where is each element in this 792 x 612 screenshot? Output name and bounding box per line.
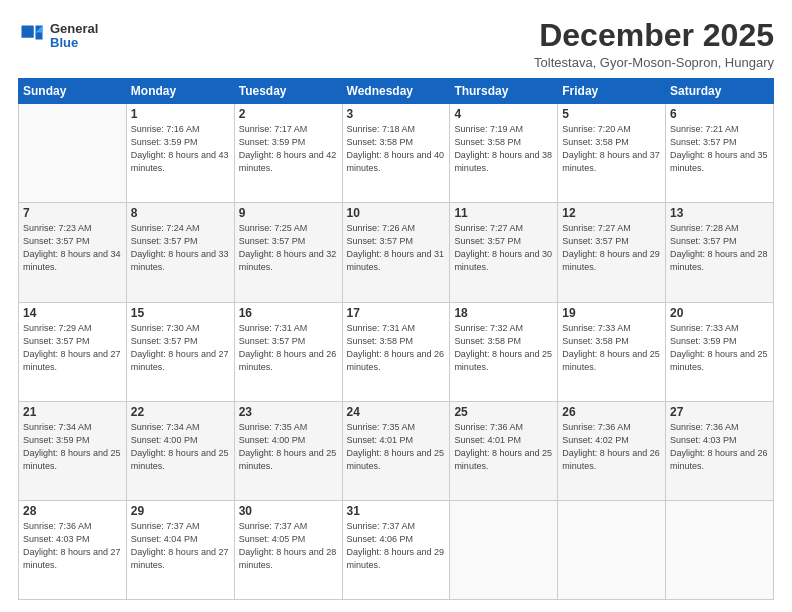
day-number: 31 bbox=[347, 504, 446, 518]
day-info: Sunrise: 7:34 AMSunset: 3:59 PMDaylight:… bbox=[23, 421, 122, 473]
col-header-saturday: Saturday bbox=[666, 79, 774, 104]
day-number: 9 bbox=[239, 206, 338, 220]
day-number: 20 bbox=[670, 306, 769, 320]
calendar-cell: 25Sunrise: 7:36 AMSunset: 4:01 PMDayligh… bbox=[450, 401, 558, 500]
day-info: Sunrise: 7:36 AMSunset: 4:03 PMDaylight:… bbox=[23, 520, 122, 572]
calendar-cell: 19Sunrise: 7:33 AMSunset: 3:58 PMDayligh… bbox=[558, 302, 666, 401]
svg-rect-2 bbox=[22, 26, 34, 38]
calendar-cell bbox=[19, 104, 127, 203]
day-info: Sunrise: 7:31 AMSunset: 3:57 PMDaylight:… bbox=[239, 322, 338, 374]
day-info: Sunrise: 7:25 AMSunset: 3:57 PMDaylight:… bbox=[239, 222, 338, 274]
calendar-cell: 2Sunrise: 7:17 AMSunset: 3:59 PMDaylight… bbox=[234, 104, 342, 203]
calendar-week-row: 1Sunrise: 7:16 AMSunset: 3:59 PMDaylight… bbox=[19, 104, 774, 203]
day-number: 1 bbox=[131, 107, 230, 121]
calendar-header-row: SundayMondayTuesdayWednesdayThursdayFrid… bbox=[19, 79, 774, 104]
col-header-monday: Monday bbox=[126, 79, 234, 104]
calendar-cell: 23Sunrise: 7:35 AMSunset: 4:00 PMDayligh… bbox=[234, 401, 342, 500]
day-info: Sunrise: 7:33 AMSunset: 3:59 PMDaylight:… bbox=[670, 322, 769, 374]
calendar-cell: 4Sunrise: 7:19 AMSunset: 3:58 PMDaylight… bbox=[450, 104, 558, 203]
col-header-friday: Friday bbox=[558, 79, 666, 104]
day-info: Sunrise: 7:37 AMSunset: 4:04 PMDaylight:… bbox=[131, 520, 230, 572]
calendar-cell: 29Sunrise: 7:37 AMSunset: 4:04 PMDayligh… bbox=[126, 500, 234, 599]
page: General Blue December 2025 Toltestava, G… bbox=[0, 0, 792, 612]
day-info: Sunrise: 7:27 AMSunset: 3:57 PMDaylight:… bbox=[562, 222, 661, 274]
day-number: 2 bbox=[239, 107, 338, 121]
calendar-week-row: 21Sunrise: 7:34 AMSunset: 3:59 PMDayligh… bbox=[19, 401, 774, 500]
calendar-cell: 24Sunrise: 7:35 AMSunset: 4:01 PMDayligh… bbox=[342, 401, 450, 500]
calendar-cell: 11Sunrise: 7:27 AMSunset: 3:57 PMDayligh… bbox=[450, 203, 558, 302]
day-info: Sunrise: 7:20 AMSunset: 3:58 PMDaylight:… bbox=[562, 123, 661, 175]
col-header-wednesday: Wednesday bbox=[342, 79, 450, 104]
day-number: 11 bbox=[454, 206, 553, 220]
calendar-cell: 16Sunrise: 7:31 AMSunset: 3:57 PMDayligh… bbox=[234, 302, 342, 401]
calendar-week-row: 14Sunrise: 7:29 AMSunset: 3:57 PMDayligh… bbox=[19, 302, 774, 401]
day-number: 26 bbox=[562, 405, 661, 419]
subtitle: Toltestava, Gyor-Moson-Sopron, Hungary bbox=[534, 55, 774, 70]
calendar-cell: 20Sunrise: 7:33 AMSunset: 3:59 PMDayligh… bbox=[666, 302, 774, 401]
calendar-cell bbox=[558, 500, 666, 599]
day-info: Sunrise: 7:16 AMSunset: 3:59 PMDaylight:… bbox=[131, 123, 230, 175]
calendar-cell: 12Sunrise: 7:27 AMSunset: 3:57 PMDayligh… bbox=[558, 203, 666, 302]
day-info: Sunrise: 7:33 AMSunset: 3:58 PMDaylight:… bbox=[562, 322, 661, 374]
calendar-week-row: 28Sunrise: 7:36 AMSunset: 4:03 PMDayligh… bbox=[19, 500, 774, 599]
logo-icon bbox=[18, 22, 46, 50]
day-number: 15 bbox=[131, 306, 230, 320]
col-header-tuesday: Tuesday bbox=[234, 79, 342, 104]
calendar-cell: 22Sunrise: 7:34 AMSunset: 4:00 PMDayligh… bbox=[126, 401, 234, 500]
day-info: Sunrise: 7:36 AMSunset: 4:03 PMDaylight:… bbox=[670, 421, 769, 473]
col-header-sunday: Sunday bbox=[19, 79, 127, 104]
day-number: 8 bbox=[131, 206, 230, 220]
day-number: 19 bbox=[562, 306, 661, 320]
calendar-cell: 17Sunrise: 7:31 AMSunset: 3:58 PMDayligh… bbox=[342, 302, 450, 401]
calendar-cell: 6Sunrise: 7:21 AMSunset: 3:57 PMDaylight… bbox=[666, 104, 774, 203]
calendar-table: SundayMondayTuesdayWednesdayThursdayFrid… bbox=[18, 78, 774, 600]
logo-general: General bbox=[50, 22, 98, 36]
day-number: 27 bbox=[670, 405, 769, 419]
day-info: Sunrise: 7:21 AMSunset: 3:57 PMDaylight:… bbox=[670, 123, 769, 175]
day-number: 30 bbox=[239, 504, 338, 518]
day-number: 18 bbox=[454, 306, 553, 320]
day-number: 14 bbox=[23, 306, 122, 320]
calendar-cell bbox=[450, 500, 558, 599]
day-info: Sunrise: 7:30 AMSunset: 3:57 PMDaylight:… bbox=[131, 322, 230, 374]
calendar-cell: 28Sunrise: 7:36 AMSunset: 4:03 PMDayligh… bbox=[19, 500, 127, 599]
day-info: Sunrise: 7:18 AMSunset: 3:58 PMDaylight:… bbox=[347, 123, 446, 175]
day-info: Sunrise: 7:27 AMSunset: 3:57 PMDaylight:… bbox=[454, 222, 553, 274]
day-number: 6 bbox=[670, 107, 769, 121]
calendar-cell: 18Sunrise: 7:32 AMSunset: 3:58 PMDayligh… bbox=[450, 302, 558, 401]
day-info: Sunrise: 7:35 AMSunset: 4:01 PMDaylight:… bbox=[347, 421, 446, 473]
day-info: Sunrise: 7:31 AMSunset: 3:58 PMDaylight:… bbox=[347, 322, 446, 374]
calendar-cell: 27Sunrise: 7:36 AMSunset: 4:03 PMDayligh… bbox=[666, 401, 774, 500]
calendar-cell: 1Sunrise: 7:16 AMSunset: 3:59 PMDaylight… bbox=[126, 104, 234, 203]
day-info: Sunrise: 7:29 AMSunset: 3:57 PMDaylight:… bbox=[23, 322, 122, 374]
calendar-cell: 13Sunrise: 7:28 AMSunset: 3:57 PMDayligh… bbox=[666, 203, 774, 302]
day-info: Sunrise: 7:23 AMSunset: 3:57 PMDaylight:… bbox=[23, 222, 122, 274]
day-number: 7 bbox=[23, 206, 122, 220]
title-block: December 2025 Toltestava, Gyor-Moson-Sop… bbox=[534, 18, 774, 70]
day-info: Sunrise: 7:26 AMSunset: 3:57 PMDaylight:… bbox=[347, 222, 446, 274]
day-info: Sunrise: 7:19 AMSunset: 3:58 PMDaylight:… bbox=[454, 123, 553, 175]
day-number: 25 bbox=[454, 405, 553, 419]
calendar-week-row: 7Sunrise: 7:23 AMSunset: 3:57 PMDaylight… bbox=[19, 203, 774, 302]
logo: General Blue bbox=[18, 22, 98, 51]
day-number: 16 bbox=[239, 306, 338, 320]
day-info: Sunrise: 7:34 AMSunset: 4:00 PMDaylight:… bbox=[131, 421, 230, 473]
header: General Blue December 2025 Toltestava, G… bbox=[18, 18, 774, 70]
calendar-cell: 8Sunrise: 7:24 AMSunset: 3:57 PMDaylight… bbox=[126, 203, 234, 302]
calendar-cell: 5Sunrise: 7:20 AMSunset: 3:58 PMDaylight… bbox=[558, 104, 666, 203]
calendar-cell: 26Sunrise: 7:36 AMSunset: 4:02 PMDayligh… bbox=[558, 401, 666, 500]
day-info: Sunrise: 7:24 AMSunset: 3:57 PMDaylight:… bbox=[131, 222, 230, 274]
col-header-thursday: Thursday bbox=[450, 79, 558, 104]
calendar-cell: 7Sunrise: 7:23 AMSunset: 3:57 PMDaylight… bbox=[19, 203, 127, 302]
day-number: 12 bbox=[562, 206, 661, 220]
day-info: Sunrise: 7:37 AMSunset: 4:06 PMDaylight:… bbox=[347, 520, 446, 572]
day-number: 24 bbox=[347, 405, 446, 419]
day-number: 10 bbox=[347, 206, 446, 220]
calendar-cell: 9Sunrise: 7:25 AMSunset: 3:57 PMDaylight… bbox=[234, 203, 342, 302]
month-title: December 2025 bbox=[534, 18, 774, 53]
logo-text: General Blue bbox=[50, 22, 98, 51]
day-number: 3 bbox=[347, 107, 446, 121]
logo-blue: Blue bbox=[50, 36, 98, 50]
day-number: 22 bbox=[131, 405, 230, 419]
day-info: Sunrise: 7:37 AMSunset: 4:05 PMDaylight:… bbox=[239, 520, 338, 572]
